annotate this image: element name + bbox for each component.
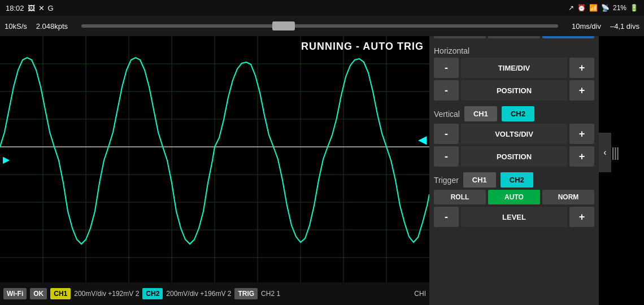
photo-icon: 🖼 bbox=[28, 4, 35, 12]
g-icon: G bbox=[48, 4, 54, 12]
vertical-section: Vertical CH1 CH2 - VOLTS/DIV + - POSITIO… bbox=[434, 106, 594, 169]
ch2-value: 200mV/div +196mV 2 bbox=[166, 290, 231, 298]
horizontal-section: Horizontal - TIME/DIV + - POSITION + bbox=[434, 44, 594, 103]
time-slider[interactable] bbox=[81, 24, 558, 28]
level-label: LEVEL bbox=[461, 207, 567, 227]
arrow-icon: ↗ bbox=[568, 4, 574, 12]
alarm-icon: ⏰ bbox=[577, 4, 586, 12]
time-div-row: - TIME/DIV + bbox=[434, 58, 594, 78]
wifi-badge: Wi-Fi bbox=[3, 288, 27, 299]
trigger-ch2-button[interactable]: CH2 bbox=[501, 172, 533, 188]
trigger-label: Trigger bbox=[434, 176, 459, 185]
scope-area: ◀ ▶ RUNNING - AUTO TRIG bbox=[0, 36, 429, 282]
trig-value: CH2 1 bbox=[261, 290, 280, 298]
roll-button[interactable]: ROLL bbox=[434, 190, 486, 204]
battery-display: 21% bbox=[613, 4, 626, 12]
level-row: - LEVEL + bbox=[434, 207, 594, 227]
network-icon: 📡 bbox=[601, 4, 610, 12]
offset-display: –4,1 divs bbox=[610, 22, 639, 30]
level-minus[interactable]: - bbox=[434, 207, 459, 227]
chi-text: CHI bbox=[414, 290, 426, 298]
time-display: 18:02 bbox=[6, 4, 24, 12]
slider-thumb bbox=[272, 21, 295, 30]
wifi-icon: 📶 bbox=[589, 4, 598, 12]
vertical-ch2-button[interactable]: CH2 bbox=[502, 106, 534, 121]
toolbar: 10kS/s 2.048kpts 10ms/div –4,1 divs bbox=[0, 16, 644, 36]
norm-button[interactable]: NORM bbox=[542, 190, 594, 204]
h-position-row: - POSITION + bbox=[434, 80, 594, 101]
collapse-panel-button[interactable]: ‹ bbox=[599, 133, 611, 172]
bottom-status-bar: Wi-Fi OK CH1 200mV/div +192mV 2 CH2 200m… bbox=[0, 282, 429, 305]
right-control-panel: STOP SINGLE MENU >> Horizontal - TIME/DI… bbox=[429, 16, 599, 305]
time-div: 10ms/div bbox=[572, 22, 601, 30]
auto-button[interactable]: AUTO bbox=[488, 190, 540, 204]
v-position-label: POSITION bbox=[461, 146, 567, 167]
h-position-minus[interactable]: - bbox=[434, 80, 459, 101]
trigger-ch1-button[interactable]: CH1 bbox=[463, 172, 496, 188]
close-icon: ✕ bbox=[38, 4, 45, 12]
volts-div-label: VOLTS/DIV bbox=[461, 124, 567, 144]
status-left: 18:02 🖼 ✕ G bbox=[6, 4, 54, 12]
slider-track bbox=[81, 24, 558, 28]
trigger-mode-row: ROLL AUTO NORM bbox=[434, 190, 594, 204]
vertical-ch1-button[interactable]: CH1 bbox=[464, 106, 497, 121]
scope-status: RUNNING - AUTO TRIG bbox=[301, 41, 424, 53]
time-div-label: TIME/DIV bbox=[461, 58, 567, 78]
v-position-row: - POSITION + bbox=[434, 146, 594, 167]
level-plus[interactable]: + bbox=[569, 207, 594, 227]
volts-div-row: - VOLTS/DIV + bbox=[434, 124, 594, 144]
v-position-plus[interactable]: + bbox=[569, 146, 594, 167]
status-bar: 18:02 🖼 ✕ G ↗ ⏰ 📶 📡 21% 🔋 bbox=[0, 0, 644, 16]
volts-div-minus[interactable]: - bbox=[434, 124, 459, 144]
waveform-display bbox=[0, 36, 429, 282]
trigger-level-indicator: ▶ bbox=[3, 154, 10, 165]
buffer-size: 2.048kpts bbox=[36, 22, 68, 30]
trigger-arrow: ◀ bbox=[418, 133, 427, 146]
horizontal-label: Horizontal bbox=[434, 46, 594, 55]
h-position-plus[interactable]: + bbox=[569, 80, 594, 101]
trig-badge: TRIG bbox=[234, 288, 258, 299]
h-position-label: POSITION bbox=[461, 80, 567, 101]
status-right: ↗ ⏰ 📶 📡 21% 🔋 bbox=[568, 4, 638, 12]
vertical-label: Vertical bbox=[434, 110, 460, 119]
time-div-minus[interactable]: - bbox=[434, 58, 459, 78]
ch1-value: 200mV/div +192mV 2 bbox=[74, 290, 139, 298]
sample-rate: 10kS/s bbox=[5, 22, 27, 30]
ch1-badge: CH1 bbox=[50, 288, 71, 299]
ok-badge: OK bbox=[30, 288, 47, 299]
v-position-minus[interactable]: - bbox=[434, 146, 459, 167]
ch2-badge: CH2 bbox=[142, 288, 163, 299]
time-div-plus[interactable]: + bbox=[569, 58, 594, 78]
battery-icon: 🔋 bbox=[630, 4, 638, 12]
trigger-section: Trigger CH1 CH2 ROLL AUTO NORM - LEVEL + bbox=[434, 172, 594, 229]
volts-div-plus[interactable]: + bbox=[569, 124, 594, 144]
side-grip[interactable]: ||| bbox=[611, 145, 619, 160]
